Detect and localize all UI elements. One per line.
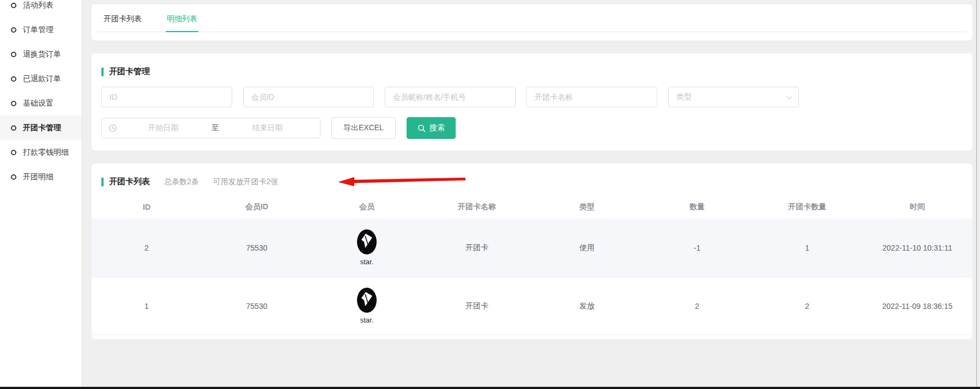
sidebar: 活动列表 订单管理 退换货订单 已退款订单 基础设置 开团卡管理 打款零钱明细 <box>0 0 82 387</box>
col-card-name: 开团卡名称 <box>422 202 532 212</box>
type-select-placeholder: 类型 <box>676 92 692 102</box>
sidebar-item-label: 活动列表 <box>23 1 53 10</box>
col-member-id: 会员ID <box>202 202 312 212</box>
cell-card-name: 开团卡 <box>422 243 532 253</box>
cell-member-id: 75530 <box>202 302 312 311</box>
sidebar-item-return-orders[interactable]: 退换货订单 <box>0 42 82 66</box>
col-quantity: 数量 <box>642 202 752 212</box>
cell-member: star. <box>312 288 422 324</box>
member-id-input[interactable] <box>243 87 374 107</box>
sidebar-item-label: 打款零钱明细 <box>23 148 69 157</box>
cell-type: 使用 <box>532 243 642 253</box>
date-separator: 至 <box>209 123 221 133</box>
filter-row-1: 类型 <box>101 87 961 107</box>
table-card: 开团卡列表 总条数2条 可用发放开团卡2张 ID 会员ID 会员 开团卡名称 类… <box>92 163 972 339</box>
section-bar <box>101 178 104 186</box>
list-title: 开团卡列表 <box>109 177 150 187</box>
member-name: star. <box>360 258 374 266</box>
cell-card-quantity: 2 <box>752 302 862 311</box>
cell-type: 发放 <box>532 301 642 311</box>
sidebar-item-label: 订单管理 <box>23 25 53 35</box>
sidebar-item-refunded-orders[interactable]: 已退款订单 <box>0 66 82 91</box>
sidebar-item-group-card-management[interactable]: 开团卡管理 <box>0 116 82 140</box>
sidebar-item-label: 开团卡管理 <box>23 123 61 133</box>
group-card-table: ID 会员ID 会员 开团卡名称 类型 数量 开团卡数量 时间 2 75530 <box>92 196 972 335</box>
search-button[interactable]: 搜索 <box>407 117 456 139</box>
search-icon <box>418 124 426 132</box>
window-bottom-edge <box>0 387 980 389</box>
cell-member-id: 75530 <box>202 244 312 252</box>
list-header: 开团卡列表 总条数2条 可用发放开团卡2张 <box>92 177 972 187</box>
circle-icon <box>11 3 16 8</box>
total-count-text: 总条数2条 <box>164 177 199 187</box>
col-time: 时间 <box>862 202 972 212</box>
search-button-label: 搜索 <box>429 123 445 133</box>
circle-icon <box>11 174 16 180</box>
table-header-row: ID 会员ID 会员 开团卡名称 类型 数量 开团卡数量 时间 <box>92 196 972 218</box>
sidebar-item-payment-change-detail[interactable]: 打款零钱明细 <box>0 140 82 165</box>
cell-card-name: 开团卡 <box>422 301 532 311</box>
search-section-title: 开团卡管理 <box>101 66 961 77</box>
circle-icon <box>11 101 16 106</box>
cell-id: 2 <box>92 244 202 252</box>
sidebar-item-order-management[interactable]: 订单管理 <box>0 17 82 42</box>
card-name-input[interactable] <box>527 87 657 107</box>
cell-member: star. <box>312 229 422 266</box>
chevron-down-icon <box>787 93 793 99</box>
sidebar-item-basic-settings[interactable]: 基础设置 <box>0 91 82 116</box>
filter-row-2: 开始日期 至 结束日期 导出EXCEL 搜索 <box>101 117 961 139</box>
col-type: 类型 <box>532 202 642 212</box>
section-title-text: 开团卡管理 <box>109 66 150 77</box>
search-card: 开团卡管理 类型 开始日期 至 结束日期 导出EXCEL <box>92 53 972 150</box>
type-select[interactable]: 类型 <box>668 87 799 107</box>
member-name: star. <box>360 316 374 324</box>
sidebar-item-label: 基础设置 <box>23 99 53 108</box>
cell-time: 2022-11-10 10:31:11 <box>862 244 972 252</box>
section-bar <box>101 68 104 76</box>
tab-detail-list[interactable]: 明细列表 <box>166 13 198 32</box>
tab-group-card-list[interactable]: 开团卡列表 <box>102 13 143 32</box>
cell-id: 1 <box>92 302 202 311</box>
end-date-placeholder: 结束日期 <box>221 123 313 133</box>
avatar <box>357 229 377 254</box>
red-annotation-arrow <box>338 177 466 186</box>
member-info-input[interactable] <box>385 87 516 107</box>
date-range-picker[interactable]: 开始日期 至 结束日期 <box>101 118 320 138</box>
sidebar-item-group-detail[interactable]: 开团明细 <box>0 165 82 189</box>
cell-card-quantity: 1 <box>752 244 862 252</box>
avatar <box>357 288 377 313</box>
main-content: 开团卡列表 明细列表 开团卡管理 类型 开始日期 <box>82 0 980 387</box>
col-id: ID <box>92 203 202 211</box>
cell-time: 2022-11-09 18:36:15 <box>862 302 972 311</box>
circle-icon <box>11 52 16 57</box>
cell-quantity: -1 <box>642 244 752 252</box>
clock-icon <box>108 124 117 132</box>
available-cards-text: 可用发放开团卡2张 <box>213 177 279 187</box>
sidebar-item-label: 已退款订单 <box>23 74 61 84</box>
sidebar-menu: 活动列表 订单管理 退换货订单 已退款订单 基础设置 开团卡管理 打款零钱明细 <box>0 0 82 189</box>
tab-bar: 开团卡列表 明细列表 <box>97 13 967 32</box>
table-row[interactable]: 1 75530 star. 开团卡 发放 2 2 2022-11-09 18:3… <box>92 277 972 335</box>
export-excel-button[interactable]: 导出EXCEL <box>331 117 396 139</box>
col-card-quantity: 开团卡数量 <box>752 202 862 212</box>
circle-icon <box>11 125 16 131</box>
circle-icon <box>11 27 16 33</box>
id-input[interactable] <box>101 87 232 107</box>
start-date-placeholder: 开始日期 <box>117 123 209 133</box>
avatar-image <box>357 229 377 254</box>
tabs-card: 开团卡列表 明细列表 <box>92 4 972 40</box>
avatar-image <box>357 288 377 313</box>
vertical-scrollbar[interactable] <box>976 0 980 387</box>
circle-icon <box>11 150 16 155</box>
sidebar-item-label: 开团明细 <box>23 172 53 182</box>
circle-icon <box>11 76 16 82</box>
col-member: 会员 <box>312 202 422 212</box>
table-row[interactable]: 2 75530 star. 开团卡 使用 -1 1 2022-11-10 10:… <box>92 218 972 277</box>
sidebar-item-label: 退换货订单 <box>23 50 61 59</box>
cell-quantity: 2 <box>642 302 752 311</box>
sidebar-item-activity-list[interactable]: 活动列表 <box>0 0 82 17</box>
